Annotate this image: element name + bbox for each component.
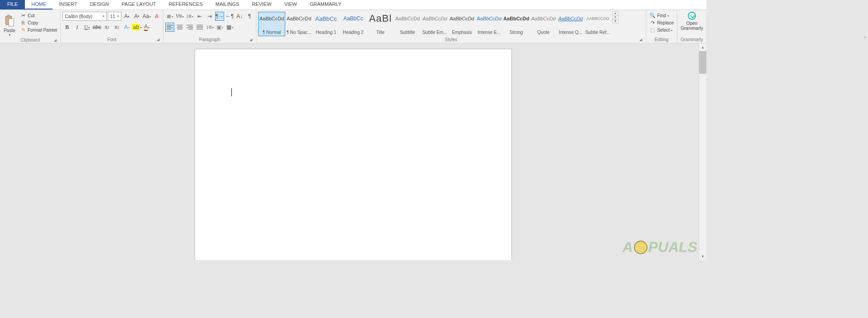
style-tile-subtle-ref-[interactable]: AABBCCDDSubtle Ref...: [584, 12, 611, 36]
find-icon: 🔍: [649, 12, 656, 19]
strikethrough-button[interactable]: abc: [92, 23, 101, 32]
font-color-button[interactable]: A▾: [142, 23, 151, 32]
style-preview: AABBCCDD: [586, 13, 609, 24]
group-label-clipboard: Clipboard◢: [2, 37, 58, 43]
copy-icon: ⎘: [20, 19, 26, 26]
align-center-button[interactable]: [175, 23, 184, 32]
group-label-grammarly: Grammarly: [679, 37, 705, 43]
paste-label: Paste: [4, 28, 15, 33]
copy-button[interactable]: ⎘Copy: [19, 19, 58, 26]
clear-formatting-button[interactable]: A̷: [152, 12, 161, 21]
font-name-combo[interactable]: Calibri (Body)▾: [62, 12, 107, 21]
font-launcher[interactable]: ◢: [156, 38, 160, 42]
style-name: ¶ No Spac...: [287, 30, 312, 35]
bullets-button[interactable]: ≣▾: [165, 12, 174, 21]
scroll-down-button[interactable]: ▾: [699, 252, 706, 260]
paragraph-launcher[interactable]: ◢: [249, 38, 253, 42]
numbering-button[interactable]: ⅟≡▾: [175, 12, 184, 21]
style-tile--no-spac-[interactable]: AaBbCcDd¶ No Spac...: [285, 12, 312, 36]
font-size-combo[interactable]: 11▾: [108, 12, 121, 21]
style-tile-subtle-em-[interactable]: AaBbCcDdSubtle Em...: [421, 12, 448, 36]
style-tile--normal[interactable]: AaBbCcDd¶ Normal: [258, 12, 285, 36]
paste-button[interactable]: Paste ▾: [2, 11, 17, 37]
shrink-font-button[interactable]: A▾: [132, 12, 141, 21]
document-page[interactable]: [195, 49, 512, 260]
group-clipboard: Paste ▾ ✂Cut ⎘Copy ✎Format Painter Clipb…: [0, 10, 61, 43]
style-tile-subtitle[interactable]: AaBbCcDdSubtitle: [394, 12, 421, 36]
find-button[interactable]: 🔍Find▾: [648, 12, 675, 19]
style-preview: AaBbCcDd: [450, 13, 474, 24]
shading-button[interactable]: ▣▾: [215, 23, 224, 32]
highlight-button[interactable]: ab▾: [132, 23, 141, 32]
italic-button[interactable]: I: [72, 23, 82, 32]
tab-references[interactable]: REFERENCES: [163, 0, 209, 9]
cut-button[interactable]: ✂Cut: [19, 12, 58, 19]
svg-rect-1: [7, 15, 10, 17]
open-grammarly-button[interactable]: Open Grammarly: [679, 11, 705, 31]
sort-button[interactable]: A↓: [235, 12, 244, 21]
group-paragraph: ≣▾ ⅟≡▾ ⁝≡▾ ⇤ ⇥ ¶→ ←¶ A↓ ¶ ↕≡▾ ▣▾: [163, 10, 256, 43]
tab-view[interactable]: VIEW: [278, 0, 303, 9]
group-label-paragraph: Paragraph◢: [165, 37, 254, 43]
style-tile-heading-1[interactable]: AaBbCcHeading 1: [312, 12, 340, 36]
document-area: ▴ ▾ APUALS: [0, 43, 706, 260]
scroll-up-button[interactable]: ▴: [699, 43, 706, 51]
tab-grammarly[interactable]: GRAMMARLY: [303, 0, 348, 9]
styles-scroll-down[interactable]: ▾: [613, 15, 618, 19]
select-icon: ⬚: [649, 27, 656, 33]
select-button[interactable]: ⬚Select▾: [648, 26, 675, 33]
text-cursor: [231, 88, 232, 96]
style-preview: AaBbCcDd: [531, 13, 556, 24]
style-name: Subtle Ref...: [585, 30, 610, 35]
format-painter-button[interactable]: ✎Format Painter: [19, 26, 58, 33]
style-preview: AaBbCcDd: [558, 13, 583, 24]
tab-file[interactable]: FILE: [0, 0, 25, 9]
style-tile-intense-e-[interactable]: AaBbCcDdIntense E...: [475, 12, 503, 36]
style-tile-title[interactable]: AaBlTitle: [367, 12, 394, 36]
tab-design[interactable]: DESIGN: [83, 0, 115, 9]
tab-home[interactable]: HOME: [25, 0, 53, 9]
style-tile-strong[interactable]: AaBbCcDdStrong: [503, 12, 530, 36]
grow-font-button[interactable]: A▴: [122, 12, 131, 21]
styles-launcher[interactable]: ◢: [638, 38, 643, 42]
tab-mailings[interactable]: MAILINGS: [209, 0, 246, 9]
decrease-indent-button[interactable]: ⇤: [195, 12, 204, 21]
increase-indent-button[interactable]: ⇥: [205, 12, 214, 21]
tab-page-layout[interactable]: PAGE LAYOUT: [115, 0, 163, 9]
multilevel-list-button[interactable]: ⁝≡▾: [185, 12, 194, 21]
line-spacing-button[interactable]: ↕≡▾: [205, 23, 214, 32]
styles-scroll-up[interactable]: ▴: [613, 11, 618, 15]
vertical-scrollbar: ▴ ▾: [699, 43, 706, 260]
style-name: ¶ Normal: [263, 30, 281, 35]
styles-gallery: AaBbCcDd¶ NormalAaBbCcDd¶ No Spac...AaBb…: [258, 11, 611, 36]
style-tile-intense-q-[interactable]: AaBbCcDdIntense Q...: [557, 12, 584, 36]
tab-review[interactable]: REVIEW: [245, 0, 278, 9]
style-tile-heading-2[interactable]: AaBbCcHeading 2: [340, 12, 367, 36]
tab-strip: FILE HOME INSERT DESIGN PAGE LAYOUT REFE…: [0, 0, 706, 10]
align-right-button[interactable]: [185, 23, 194, 32]
styles-expand[interactable]: ▾̄: [613, 19, 618, 23]
tab-insert[interactable]: INSERT: [53, 0, 83, 9]
justify-button[interactable]: [195, 23, 204, 32]
paste-icon: [5, 14, 14, 27]
bold-button[interactable]: B: [62, 23, 72, 32]
text-effects-button[interactable]: A▾: [122, 23, 131, 32]
superscript-button[interactable]: x2: [112, 23, 121, 32]
replace-button[interactable]: ↷Replace: [648, 19, 675, 26]
clipboard-launcher[interactable]: ◢: [53, 38, 58, 43]
underline-button[interactable]: U▾: [82, 23, 91, 32]
style-preview: AaBbCc: [315, 13, 337, 24]
scroll-thumb[interactable]: [699, 51, 706, 74]
style-tile-emphasis[interactable]: AaBbCcDdEmphasis: [448, 12, 475, 36]
ltr-text-direction-button[interactable]: ¶→: [215, 12, 224, 21]
rtl-text-direction-button[interactable]: ←¶: [225, 12, 234, 21]
style-preview: AaBbCcDd: [395, 13, 420, 24]
change-case-button[interactable]: Aa▾: [142, 12, 151, 21]
align-left-button[interactable]: [165, 23, 174, 32]
group-font: Calibri (Body)▾ 11▾ A▴ A▾ Aa▾ A̷ B I U▾ …: [61, 10, 163, 43]
style-tile-quote[interactable]: AaBbCcDdQuote: [530, 12, 557, 36]
borders-button[interactable]: ▦▾: [225, 23, 234, 32]
group-styles: AaBbCcDd¶ NormalAaBbCcDd¶ No Spac...AaBb…: [256, 10, 646, 43]
show-hide-button[interactable]: ¶: [245, 12, 254, 21]
subscript-button[interactable]: x2: [102, 23, 111, 32]
